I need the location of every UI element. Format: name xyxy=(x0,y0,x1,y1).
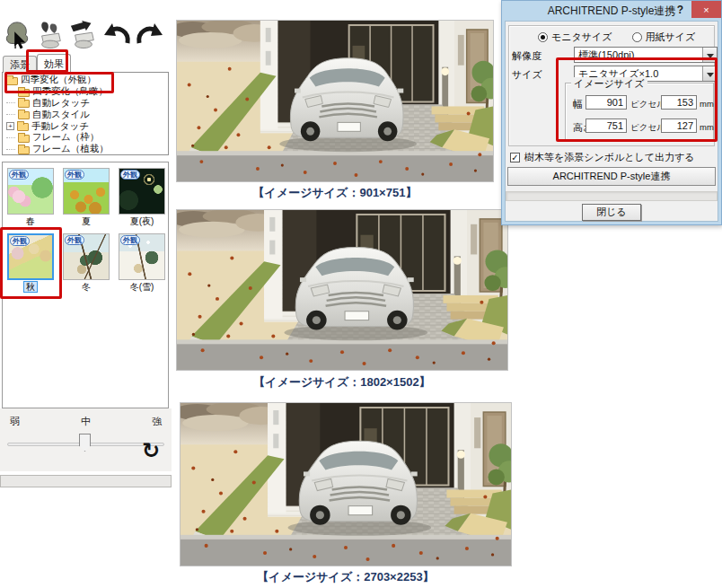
tree-item-shiki-choukan[interactable]: 四季変化（鳥瞰） xyxy=(6,86,168,98)
thumbnail-winter[interactable]: 外観 冬 xyxy=(62,233,110,294)
tree-connector xyxy=(6,137,15,138)
panel-tabs: 添景 効果 xyxy=(3,54,71,73)
folder-icon xyxy=(18,100,30,108)
thumbnail-row: 外観 春 外観 夏 外観 夏(夜) xyxy=(6,168,168,228)
undo-icon[interactable] xyxy=(101,19,132,51)
radio-monitor-size[interactable]: モニタサイズ xyxy=(538,31,612,44)
tree-symbol-checkbox[interactable]: ✓ 樹木等を添景シンボルとして出力する xyxy=(510,151,695,164)
help-button[interactable]: ? xyxy=(677,4,683,16)
thumbnail-label: 春 xyxy=(26,216,35,226)
tree-item-frame-waku[interactable]: フレーム（枠） xyxy=(6,132,168,144)
gaikan-badge: 外観 xyxy=(65,235,84,245)
tree-item-shiki-gaikan[interactable]: 四季変化（外観） xyxy=(6,75,168,86)
image-size-group-title: イメージサイズ xyxy=(571,77,647,91)
close-icon[interactable]: × xyxy=(691,1,721,18)
expand-icon[interactable]: + xyxy=(6,122,14,130)
leaf-retouch-icon[interactable] xyxy=(35,19,66,51)
thumbnail-label: 冬 xyxy=(82,282,91,292)
tree-item-auto-retouch[interactable]: 自動レタッチ xyxy=(6,98,168,110)
slider-label-strong: 強 xyxy=(152,415,162,428)
folder-icon xyxy=(18,111,30,119)
slider-thumb[interactable] xyxy=(79,434,91,452)
refresh-icon[interactable]: ↻ xyxy=(142,440,160,461)
gaikan-badge: 外観 xyxy=(10,236,30,246)
resolution-label: 解像度 xyxy=(512,49,542,63)
tree-item-frame-shokusai[interactable]: フレーム（植栽） xyxy=(6,144,168,155)
render-scene xyxy=(177,21,493,181)
thumbnail-label: 夏 xyxy=(82,216,91,226)
resolution-value: 標準(150dpi) xyxy=(578,48,634,62)
tree-item-label: フレーム（植栽） xyxy=(32,143,109,155)
panel-bottom-bar xyxy=(0,475,172,487)
resolution-dropdown[interactable]: 標準(150dpi) xyxy=(574,47,718,63)
radio-icon xyxy=(632,32,642,42)
thumbnail-summer-night[interactable]: 外観 夏(夜) xyxy=(118,168,166,228)
thumbnail-autumn[interactable]: 外観 秋 xyxy=(6,233,55,294)
folder-icon xyxy=(18,135,30,143)
render-scene xyxy=(180,403,511,566)
gaikan-badge: 外観 xyxy=(9,170,29,180)
size-label: サイズ xyxy=(512,68,542,82)
chevron-down-icon[interactable] xyxy=(702,66,717,81)
render-image-2703x2253 xyxy=(180,402,512,566)
radio-label: モニタサイズ xyxy=(551,31,612,44)
redo-icon[interactable] xyxy=(135,19,165,51)
radio-label: 用紙サイズ xyxy=(646,31,696,44)
thumbnail-image: 外観 xyxy=(7,168,54,215)
chevron-down-icon[interactable] xyxy=(702,48,717,62)
height-mm-field[interactable] xyxy=(661,118,697,133)
thumbnail-image: 外観 xyxy=(63,233,110,280)
radio-paper-size[interactable]: 用紙サイズ xyxy=(632,31,696,44)
width-px-field[interactable] xyxy=(586,95,627,110)
tab-tenkei[interactable]: 添景 xyxy=(3,56,37,73)
tree-connector xyxy=(6,102,15,103)
thumbnail-image: 外観 xyxy=(7,233,54,280)
folder-icon xyxy=(18,146,30,154)
render-caption-1: 【イメージサイズ：901×751】 xyxy=(176,185,494,201)
render-image-901x751 xyxy=(176,20,494,182)
thumbnail-winter-snow[interactable]: 外観 冬(雪) xyxy=(118,233,166,294)
thumbnail-row: 外観 秋 外観 冬 外観 冬(雪) xyxy=(6,233,168,294)
toolbar xyxy=(2,18,171,52)
width-mm-field[interactable] xyxy=(661,95,697,110)
gaikan-badge: 外観 xyxy=(65,170,84,180)
plant-select-icon[interactable] xyxy=(2,19,32,51)
radio-icon xyxy=(538,32,548,42)
gaikan-badge: 外観 xyxy=(120,235,140,245)
tree-connector xyxy=(6,92,15,92)
pstyle-link-button[interactable]: ARCHITREND P-style連携 xyxy=(507,167,716,186)
slider-label-medium: 中 xyxy=(81,415,91,428)
thumbnail-summer[interactable]: 外観 夏 xyxy=(62,168,110,228)
tab-kouka[interactable]: 効果 xyxy=(37,54,71,73)
folder-icon xyxy=(18,89,30,97)
mm-unit-label: mm xyxy=(700,122,714,132)
pstyle-dialog: ARCHITREND P-style連携 ? × モニタサイズ 用紙サイズ 解像… xyxy=(501,0,722,225)
close-button[interactable]: 閉じる xyxy=(582,204,641,221)
tree-item-auto-style[interactable]: 自動スタイル xyxy=(6,109,168,120)
app: 添景 効果 四季変化（外観） 四季変化（鳥瞰） 自動レタッチ 自動スタイル xyxy=(0,0,722,588)
thumbnail-image: 外観 xyxy=(119,168,165,215)
render-caption-3: 【イメージサイズ：2703×2253】 xyxy=(180,569,512,585)
width-label: 幅 xyxy=(573,98,583,111)
thumbnail-spring[interactable]: 外観 春 xyxy=(6,168,55,228)
folder-icon xyxy=(6,77,18,85)
render-caption-2: 【イメージサイズ：1802×1502】 xyxy=(176,374,508,391)
effects-panel: 添景 効果 四季変化（外観） 四季変化（鳥瞰） 自動レタッチ 自動スタイル xyxy=(0,0,172,491)
height-px-field[interactable] xyxy=(586,118,627,133)
stamp-retouch-icon[interactable] xyxy=(68,19,99,51)
tree-item-manual-retouch[interactable]: + 手動レタッチ xyxy=(6,120,168,132)
slider-label-weak: 弱 xyxy=(10,415,20,428)
size-mode-radios: モニタサイズ 用紙サイズ xyxy=(538,31,695,44)
thumbnail-label: 秋 xyxy=(23,281,38,293)
dialog-body: モニタサイズ 用紙サイズ 解像度 標準(150dpi) サイズ モニタサイズ×1… xyxy=(505,21,718,222)
render-scene xyxy=(177,210,507,370)
progress-strip xyxy=(506,191,718,201)
effects-tree: 四季変化（外観） 四季変化（鳥瞰） 自動レタッチ 自動スタイル + 手動レタッチ xyxy=(2,72,169,155)
mm-unit-label: mm xyxy=(700,99,714,109)
gaikan-badge: 外観 xyxy=(120,170,140,180)
tree-connector xyxy=(6,114,15,115)
slider-labels: 弱 中 強 xyxy=(0,408,172,428)
thumbnail-label: 夏(夜) xyxy=(130,216,154,226)
tree-connector xyxy=(6,149,15,150)
dialog-titlebar: ARCHITREND P-style連携 ? × xyxy=(505,1,718,21)
